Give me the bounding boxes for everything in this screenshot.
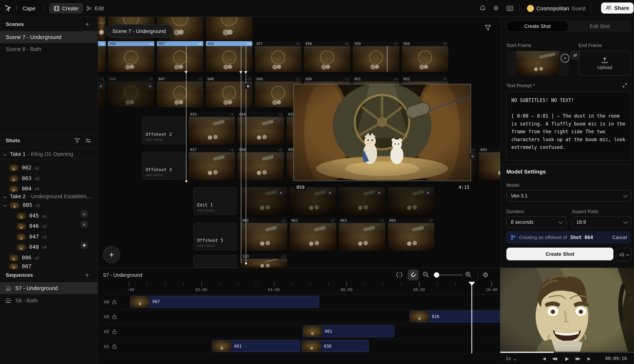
shot-card[interactable]: v1 [98, 41, 106, 72]
canvas-filter-icon[interactable] [484, 25, 491, 31]
shot-row-007-partial[interactable]: 007 [0, 263, 107, 269]
breadcrumb-project[interactable]: Cape [23, 0, 35, 16]
shot-card-037[interactable]: 037v1 [189, 147, 235, 180]
sequence-item-s7[interactable]: S7 - Underground [0, 282, 98, 294]
rewind-icon[interactable]: ◀◀ [552, 356, 556, 361]
shot-card-059[interactable]: 059v7 [353, 41, 399, 72]
remove-shot-button[interactable]: × [147, 83, 153, 89]
video-player[interactable]: 1x ⌄ ◀ ◀◀ ▶ ▶▶ ▶ 00:09:16 [500, 268, 634, 364]
shot-card-123[interactable]: 123v1 [241, 254, 287, 268]
shot-card-057[interactable]: 057v5 [255, 41, 301, 72]
shot-row-048[interactable]: 048 v4 [0, 242, 114, 252]
share-button[interactable]: Share [601, 2, 634, 14]
duration-select[interactable]: 8 seconds [506, 216, 566, 228]
timeline-clip-038[interactable]: 038 [302, 340, 369, 352]
tab-create-shot[interactable]: Create Shot [506, 20, 569, 32]
timeline-clip-026[interactable]: 026 [410, 310, 500, 322]
add-memo-placeholder[interactable]: Add memo [197, 244, 234, 248]
shot-thumbnail[interactable] [189, 117, 235, 145]
add-scene-button[interactable]: + [85, 20, 89, 28]
canvas-playhead-line[interactable] [186, 46, 187, 181]
remove-shot-button[interactable]: × [278, 190, 284, 196]
add-memo-placeholder[interactable]: Add memo [197, 208, 234, 212]
workspace-name[interactable]: Cosmopolitan [536, 0, 569, 16]
shot-thumbnail[interactable] [157, 82, 204, 108]
star-badge[interactable]: ★ [81, 242, 88, 249]
shot-thumbnail[interactable] [255, 46, 301, 72]
shot-row-002[interactable]: 002 v2 [0, 162, 107, 173]
shot-row-005[interactable]: 005 v1 [0, 200, 101, 210]
offshoot2-memo-card[interactable]: Offshoot 2 Add memo [142, 116, 186, 144]
shot-thumbnail[interactable] [206, 46, 252, 72]
start-frame-image[interactable] [516, 51, 559, 76]
remove-shot-button[interactable]: × [81, 221, 88, 228]
canvas-playhead-line[interactable] [246, 46, 246, 263]
timeline-clip-007[interactable]: 007 [130, 296, 319, 308]
shot-thumbnail[interactable] [108, 46, 155, 72]
shot-card-007[interactable]: 007v3 [157, 41, 204, 72]
trim-handle-icon[interactable] [244, 71, 248, 74]
shot-thumbnail[interactable] [238, 152, 284, 180]
shot-card-062[interactable]: 062v2 [290, 218, 336, 251]
cancel-offshoot-button[interactable]: Cancel [612, 235, 627, 240]
add-memo-placeholder[interactable]: Add memo [146, 173, 182, 177]
sequence-item-s8[interactable]: S8 - Bath [0, 294, 98, 306]
shot-card-partial[interactable] [206, 16, 252, 40]
tab-edit[interactable]: Edit [86, 0, 104, 16]
tab-edit-shot[interactable]: Edit Shot [569, 23, 631, 29]
shot-thumbnail[interactable] [290, 223, 336, 251]
playhead-line[interactable] [471, 282, 472, 353]
shot-card-043[interactable]: 043 [479, 147, 500, 180]
shot-thumbnail[interactable] [241, 223, 287, 251]
progress-bar[interactable] [500, 352, 634, 353]
playhead-handle[interactable] [185, 180, 187, 182]
shot-thumbnail[interactable] [238, 117, 284, 145]
shot-thumbnail[interactable] [189, 152, 235, 180]
shot-card-006[interactable]: 006v2 [108, 41, 155, 72]
shot-thumbnail[interactable] [353, 46, 399, 72]
timeline-ruler[interactable]: :00 02:00 04:00 06:00 08:00 10:00 [98, 282, 500, 294]
expand-prompt-icon[interactable] [622, 83, 627, 88]
scene-item-7[interactable]: Scene 7 - Underground [0, 31, 98, 43]
add-sequence-button[interactable]: + [85, 272, 89, 279]
unlock-icon[interactable] [112, 314, 116, 319]
fast-forward-icon[interactable]: ▶▶ [576, 356, 579, 361]
timeline-clip-061-v1[interactable]: 061 [212, 340, 300, 352]
shot-thumbnail[interactable] [479, 152, 500, 180]
start-frame-slot[interactable] [506, 51, 569, 76]
shot-card-partial[interactable] [98, 16, 106, 40]
trim-handle-icon[interactable] [185, 71, 188, 74]
app-logo-icon[interactable] [4, 0, 12, 16]
end-frame-upload[interactable]: Upload [578, 51, 631, 76]
unlock-icon[interactable] [112, 344, 116, 349]
playback-speed[interactable]: 1x ⌄ [505, 356, 516, 361]
keyboard-shortcuts-icon[interactable] [506, 0, 513, 16]
shots-sort-icon[interactable] [85, 138, 91, 143]
swap-frames-icon[interactable]: ⇄ [570, 50, 580, 60]
unlock-icon[interactable] [112, 300, 116, 304]
shot-card-060[interactable]: 060v8 [402, 41, 448, 72]
canvas-playhead-line[interactable] [241, 46, 241, 263]
shot-card[interactable]: v1 [98, 76, 106, 108]
playhead-handle[interactable] [245, 262, 247, 264]
shots-filter-icon[interactable] [75, 138, 80, 143]
timeline-clip-061-v2[interactable]: 061 [303, 325, 394, 337]
settings-gear-icon[interactable]: ⚙ [493, 0, 499, 16]
shot-thumbnail[interactable] [402, 46, 448, 72]
snap-magnet-button[interactable] [407, 270, 419, 280]
remove-shot-button[interactable]: × [425, 190, 431, 196]
shot-row-045[interactable]: 045 v1 [0, 210, 114, 221]
shot-card-063[interactable]: 063v3 [339, 218, 385, 251]
remove-shot-button[interactable]: × [81, 210, 88, 218]
shot-thumbnail[interactable] [98, 46, 106, 72]
shot-card-058[interactable]: 058v6 [304, 41, 350, 72]
offshoot5-memo-card[interactable]: Offshoot 5 Add memo [194, 222, 237, 250]
shot-card-061[interactable]: 061v1 [241, 218, 287, 251]
shot-card-033[interactable]: 033v1 [189, 112, 235, 145]
shot-preview-overlay[interactable] [294, 84, 471, 181]
play-icon[interactable]: ▶ [565, 356, 569, 361]
shot-card-048[interactable]: 048v4 [206, 76, 252, 108]
shot-thumbnail[interactable] [241, 259, 287, 268]
workspace-avatar[interactable] [527, 0, 534, 16]
zoom-out-icon[interactable] [423, 272, 429, 278]
